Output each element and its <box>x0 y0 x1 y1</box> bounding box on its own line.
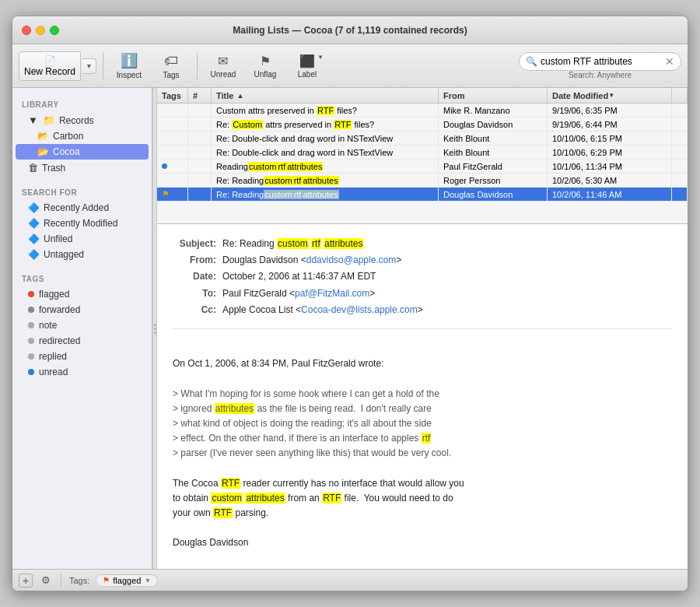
sidebar-item-unread[interactable]: unread <box>16 364 149 380</box>
unread-button[interactable]: ✉ Unread <box>204 51 243 82</box>
email-row[interactable]: Re: Double-click and drag word in NSText… <box>157 146 688 160</box>
sidebar-item-note[interactable]: note <box>16 318 149 333</box>
label-button[interactable]: ⬛ Label ▼ <box>288 51 327 82</box>
tag-pill-label: flagged <box>113 576 141 585</box>
sidebar-item-flagged[interactable]: flagged <box>16 286 149 302</box>
tags-button[interactable]: 🏷 Tags <box>152 50 191 82</box>
toolbar-divider-2 <box>197 52 198 80</box>
email-row[interactable]: Re: Reading custom rtf attributes Roger … <box>157 174 688 188</box>
recently-modified-label: Recently Modified <box>44 218 117 229</box>
sidebar-section-tags: TAGS <box>12 268 152 286</box>
sidebar-item-carbon[interactable]: 📂 Carbon <box>16 128 149 144</box>
window-title: Mailing Lists — Cocoa (7 of 1,119 contai… <box>233 25 467 36</box>
unflag-icon: ⚑ <box>260 54 271 68</box>
sidebar-item-recently-modified[interactable]: 🔷 Recently Modified <box>16 216 149 231</box>
unread-label: Unread <box>211 70 236 79</box>
date-row: Date: October 2, 2006 at 11:46:37 AM EDT <box>173 269 672 284</box>
quoted-line-5: > parser (I've never seen anything like … <box>173 447 451 458</box>
sidebar-item-redirected[interactable]: redirected <box>16 333 149 349</box>
col-header-from[interactable]: From <box>439 88 548 103</box>
recently-modified-icon: 🔷 <box>28 218 40 229</box>
email-row[interactable]: ⚑ Re: Reading custom rtf attributes Doug… <box>157 188 688 202</box>
cell-date: 10/10/06, 6:15 PM <box>548 132 672 145</box>
sidebar-item-unfiled[interactable]: 🔷 Unfiled <box>16 231 149 247</box>
email-row[interactable]: Custom attrs preserved in RTF files? Mik… <box>157 104 688 118</box>
email-row[interactable]: Reading custom rtf attributes Paul FitzG… <box>157 160 688 174</box>
search-scope-label: Search: Anywhere <box>569 71 632 79</box>
unread-tag-label: unread <box>39 367 68 377</box>
cell-date: 9/19/06, 6:35 PM <box>548 104 672 117</box>
unflag-button[interactable]: ⚑ Unflag <box>246 51 285 82</box>
tag-pill[interactable]: ⚑ flagged ▼ <box>96 574 158 587</box>
maximize-button[interactable] <box>50 26 59 35</box>
cc-email-link[interactable]: Cocoa-dev@lists.apple.com <box>301 304 418 315</box>
minimize-button[interactable] <box>36 26 45 35</box>
col-header-tags: Tags <box>157 88 188 103</box>
split-dot-3 <box>154 332 156 334</box>
sidebar-item-replied[interactable]: replied <box>16 349 149 364</box>
gear-button[interactable]: ⚙ <box>39 574 53 588</box>
subject-highlight-custom: custom <box>277 238 309 249</box>
email-title-text: Custom attrs preserved in RTF files? <box>216 106 357 115</box>
new-record-button[interactable]: 📄 New Record <box>19 51 81 81</box>
to-email-link[interactable]: paf@FitzMail.com <box>295 288 369 299</box>
redirected-dot <box>28 338 34 344</box>
sidebar-item-records[interactable]: ▼ 📁 Records <box>16 112 149 128</box>
from-email-link[interactable]: ddavidso@apple.com <box>306 254 397 265</box>
sidebar-item-forwarded[interactable]: forwarded <box>16 302 149 318</box>
cc-row: Cc: Apple Cocoa List <Cocoa-dev@lists.ap… <box>173 303 672 318</box>
col-header-title[interactable]: Title ▲ <box>212 88 439 103</box>
cell-num <box>188 104 212 117</box>
date-label: Date: <box>173 269 216 284</box>
add-button[interactable]: + <box>19 574 33 588</box>
email-row[interactable]: Re: Double-click and drag word in NSText… <box>157 132 688 146</box>
search-icon: 🔍 <box>526 56 537 67</box>
body-intro: On Oct 1, 2006, at 8:34 PM, Paul FitzGer… <box>173 358 383 369</box>
tag-dropdown-icon: ▼ <box>144 577 151 584</box>
new-record-label: New Record <box>24 66 75 77</box>
email-headers: Subject: Re: Reading custom rtf attribut… <box>173 237 672 329</box>
right-panel: Tags # Title ▲ From Date Modified ▼ Cust… <box>157 88 688 569</box>
cell-date: 10/2/06, 11:46 AM <box>548 188 672 201</box>
cell-tags <box>157 174 188 187</box>
search-input[interactable] <box>541 56 665 67</box>
rtf-highlight-1: rtf <box>422 433 432 444</box>
cell-from: Roger Persson <box>439 174 548 187</box>
traffic-lights <box>22 26 59 35</box>
label-icon: ⬛ <box>299 54 315 68</box>
sidebar-item-trash[interactable]: 🗑 Trash <box>16 160 149 176</box>
split-dot-1 <box>154 324 156 326</box>
sidebar-item-untagged[interactable]: 🔷 Untagged <box>16 247 149 262</box>
new-record-dropdown[interactable]: ▼ <box>82 58 96 74</box>
replied-label: replied <box>39 351 67 362</box>
cell-title: Re: Reading custom rtf attributes <box>212 188 439 201</box>
cell-tags <box>157 146 188 159</box>
records-icon: ▼ <box>28 114 38 126</box>
search-clear-icon[interactable]: ✕ <box>665 55 674 68</box>
close-button[interactable] <box>22 26 31 35</box>
cell-date: 9/19/06, 6:44 PM <box>548 118 672 131</box>
inspect-button[interactable]: ℹ️ Inspect <box>110 49 149 82</box>
rtf-highlight-3: RTF <box>322 493 341 503</box>
subject-row: Subject: Re: Reading custom rtf attribut… <box>173 237 672 251</box>
unfiled-label: Unfiled <box>44 233 72 244</box>
email-row[interactable]: Re: Custom attrs preserved in RTF files?… <box>157 118 688 132</box>
col-header-date[interactable]: Date Modified ▼ <box>548 88 672 103</box>
cell-from: Paul FitzGerald <box>439 160 548 173</box>
cell-num <box>188 160 212 173</box>
cc-value: Apple Cocoa List <Cocoa-dev@lists.apple.… <box>222 303 423 318</box>
cocoa-icon: 📂 <box>37 146 49 157</box>
to-row: To: Paul FitzGerald <paf@FitzMail.com> <box>173 286 672 301</box>
sidebar-item-cocoa[interactable]: 📂 Cocoa <box>16 144 149 160</box>
rtf-highlight-2: RTF <box>221 478 240 489</box>
trash-label: Trash <box>42 163 65 174</box>
sidebar-item-recently-added[interactable]: 🔷 Recently Added <box>16 200 149 216</box>
carbon-label: Carbon <box>53 131 83 142</box>
col-header-extra <box>672 88 688 103</box>
recently-added-label: Recently Added <box>44 202 109 213</box>
cell-num <box>188 146 212 159</box>
search-box[interactable]: 🔍 ✕ <box>519 52 681 71</box>
untagged-icon: 🔷 <box>28 249 40 260</box>
statusbar: + ⚙ Tags: ⚑ flagged ▼ <box>12 569 688 591</box>
to-value: Paul FitzGerald <paf@FitzMail.com> <box>222 286 375 301</box>
